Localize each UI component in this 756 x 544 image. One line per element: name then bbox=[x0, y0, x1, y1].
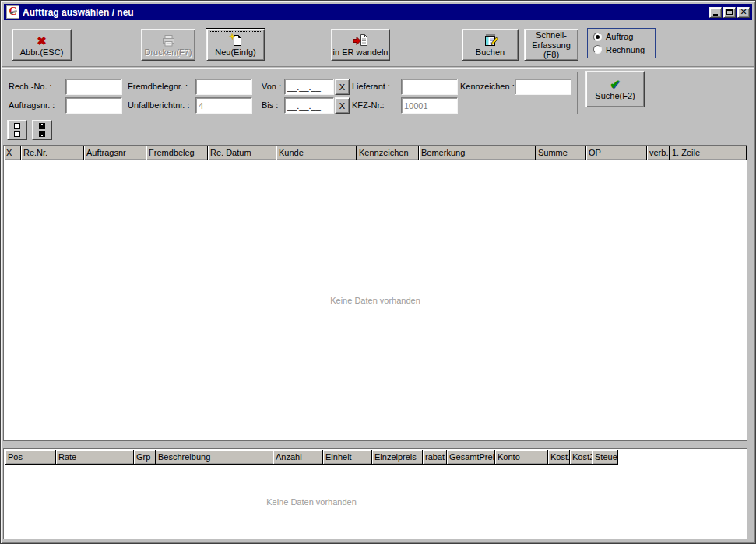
orders-col-bemerkung[interactable]: Bemerkung bbox=[419, 146, 536, 160]
quick-entry-button[interactable]: Schnell- Erfassung (F8) bbox=[524, 29, 578, 61]
orders-col-erste-zeile[interactable]: 1. Zeile bbox=[670, 146, 747, 160]
positions-col-kost1[interactable]: Kost1 bbox=[548, 450, 570, 464]
red-cross-icon: ✖ bbox=[37, 35, 47, 47]
green-check-icon: ✔ bbox=[610, 79, 620, 90]
print-button-label: Drucken(F7) bbox=[144, 47, 192, 57]
orders-col-renr[interactable]: Re.Nr. bbox=[21, 146, 84, 160]
clear-bis-label: X bbox=[339, 101, 345, 111]
new-document-icon bbox=[229, 33, 243, 47]
orders-col-auftragsnr[interactable]: Auftragsnr bbox=[84, 146, 146, 160]
rech-no-label: Rech.-No. : bbox=[9, 82, 52, 91]
positions-col-konto[interactable]: Konto bbox=[495, 450, 548, 464]
window-controls: ✕ bbox=[709, 7, 750, 18]
positions-col-beschreibung[interactable]: Beschreibung bbox=[156, 450, 273, 464]
orders-empty-message: Keine Daten vorhanden bbox=[4, 296, 747, 305]
deselect-all-button[interactable] bbox=[7, 120, 27, 140]
von-date-input[interactable] bbox=[284, 79, 334, 95]
positions-col-rate[interactable]: Rate bbox=[56, 450, 134, 464]
auftragsnr-input[interactable] bbox=[65, 97, 122, 114]
positions-col-gesamtpreis[interactable]: GesamtPreis bbox=[447, 450, 495, 464]
positions-grid: Pos Rate Grp Beschreibung Anzahl Einheit… bbox=[3, 448, 747, 539]
quick-entry-label-line2: Erfassung (F8) bbox=[525, 40, 578, 59]
orders-grid-header: X Re.Nr. Auftragsnr Fremdbeleg Re. Datum… bbox=[4, 146, 747, 160]
bis-label: Bis : bbox=[262, 100, 278, 110]
clear-bis-button[interactable]: X bbox=[335, 97, 350, 114]
maximize-icon bbox=[726, 9, 733, 15]
orders-col-x[interactable]: X bbox=[4, 146, 21, 160]
kennzeichen-input[interactable] bbox=[515, 79, 571, 95]
clear-von-label: X bbox=[339, 82, 345, 92]
orders-col-kennzeichen[interactable]: Kennzeichen bbox=[357, 146, 419, 160]
orders-col-redatum[interactable]: Re. Datum bbox=[208, 146, 276, 160]
notepad-pencil-icon bbox=[483, 33, 498, 47]
fremdbelegnr-label: Fremdbelegnr. : bbox=[128, 82, 188, 91]
positions-col-einheit[interactable]: Einheit bbox=[323, 450, 372, 464]
new-button-label: Neu(Einfg) bbox=[215, 47, 256, 57]
clear-von-button[interactable]: X bbox=[335, 79, 350, 95]
orders-col-verb[interactable]: verb. bbox=[647, 146, 670, 160]
search-button-label: Suche(F2) bbox=[595, 91, 635, 100]
lieferant-input[interactable] bbox=[401, 79, 458, 95]
fremdbelegnr-input[interactable] bbox=[195, 79, 252, 95]
kfz-nr-input bbox=[401, 97, 458, 114]
orders-grid: X Re.Nr. Auftragsnr Fremdbeleg Re. Datum… bbox=[3, 145, 747, 441]
positions-col-pos[interactable]: Pos bbox=[5, 450, 56, 464]
lieferant-label: Lieferant : bbox=[352, 82, 390, 91]
print-button: Drucken(F7) bbox=[141, 29, 195, 61]
dialog-window: C Aufttrag auswählen / neu ✕ ✖ Abbr.(ESC… bbox=[0, 0, 756, 544]
bis-date-input[interactable] bbox=[284, 97, 334, 114]
radio-option-rechnung[interactable]: Rechnung bbox=[593, 45, 655, 54]
radio-auftrag-label: Auftrag bbox=[606, 32, 633, 41]
radio-option-auftrag[interactable]: Auftrag bbox=[593, 32, 655, 41]
auftragsnr-label: Auftragsnr. : bbox=[9, 100, 55, 110]
rech-no-input[interactable] bbox=[65, 79, 122, 95]
toolbar-divider bbox=[2, 66, 754, 69]
convert-button-label: in ER wandeln bbox=[333, 47, 389, 57]
positions-col-grp[interactable]: Grp bbox=[134, 450, 156, 464]
radio-rechnung-icon bbox=[593, 45, 602, 54]
positions-col-einzelpreis[interactable]: Einzelpreis bbox=[372, 450, 423, 464]
app-icon: C bbox=[6, 5, 19, 19]
positions-col-kost2[interactable]: Kost2 bbox=[570, 450, 592, 464]
orders-col-summe[interactable]: Summe bbox=[536, 146, 586, 160]
search-button[interactable]: ✔ Suche(F2) bbox=[585, 71, 645, 107]
radio-rechnung-label: Rechnung bbox=[606, 45, 645, 54]
positions-empty-message: Keine Daten vorhanden bbox=[4, 497, 619, 507]
kennzeichen-label: Kennzeichen : bbox=[460, 82, 515, 91]
orders-col-fremdbeleg[interactable]: Fremdbeleg bbox=[146, 146, 208, 160]
convert-to-er-button[interactable]: in ER wandeln bbox=[331, 29, 390, 61]
positions-grid-header: Pos Rate Grp Beschreibung Anzahl Einheit… bbox=[5, 450, 618, 465]
orders-col-op[interactable]: OP bbox=[586, 146, 647, 160]
convert-document-arrow-icon bbox=[353, 34, 369, 47]
abort-button[interactable]: ✖ Abbr.(ESC) bbox=[12, 29, 72, 61]
positions-col-steuer[interactable]: Steuer bbox=[592, 450, 618, 464]
von-label: Von : bbox=[262, 82, 281, 91]
radio-auftrag-icon bbox=[593, 33, 602, 41]
unfallberichtnr-input bbox=[195, 97, 252, 114]
positions-col-rabat[interactable]: rabat bbox=[423, 450, 447, 464]
minimize-button[interactable] bbox=[709, 7, 722, 18]
document-type-radio-group: Auftrag Rechnung bbox=[587, 28, 656, 58]
checked-boxes-icon bbox=[39, 123, 45, 137]
kfz-nr-label: KFZ-Nr.: bbox=[352, 100, 385, 110]
unchecked-boxes-icon bbox=[14, 123, 20, 137]
orders-col-kunde[interactable]: Kunde bbox=[276, 146, 357, 160]
printer-icon bbox=[162, 35, 175, 47]
window-title: Aufttrag auswählen / neu bbox=[23, 7, 134, 18]
positions-col-anzahl[interactable]: Anzahl bbox=[273, 450, 323, 464]
close-button[interactable]: ✕ bbox=[737, 7, 750, 18]
title-bar: C Aufttrag auswählen / neu ✕ bbox=[4, 4, 752, 20]
close-icon: ✕ bbox=[740, 9, 747, 16]
maximize-button[interactable] bbox=[723, 7, 736, 18]
book-button-label: Buchen bbox=[476, 47, 505, 57]
book-button[interactable]: Buchen bbox=[462, 29, 519, 61]
new-button[interactable]: Neu(Einfg) bbox=[206, 29, 265, 61]
abort-button-label: Abbr.(ESC) bbox=[20, 47, 64, 57]
minimize-icon bbox=[713, 14, 718, 16]
select-all-button[interactable] bbox=[32, 120, 52, 140]
quick-entry-label-line1: Schnell- bbox=[536, 30, 567, 40]
filter-search-separator bbox=[577, 72, 578, 114]
unfallberichtnr-label: Unfallberichtnr. : bbox=[128, 100, 189, 110]
